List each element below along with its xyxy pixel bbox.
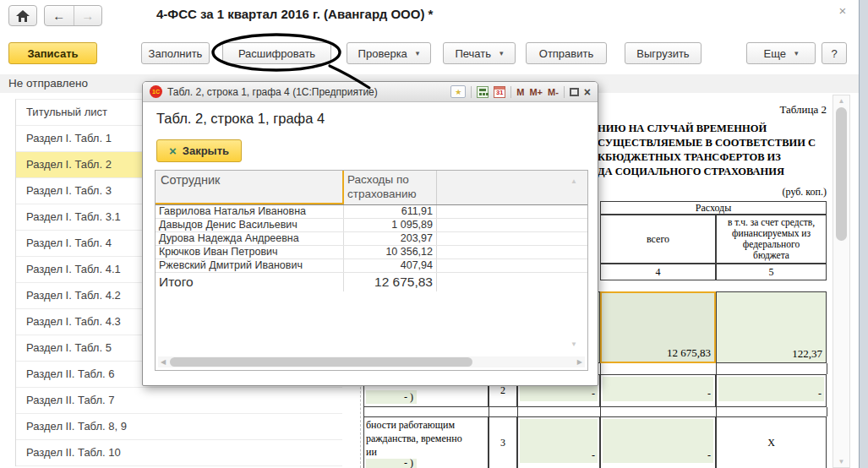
cell-r2-c4[interactable]: - [600,374,716,407]
form-title-line: КБЮДЖЕТНЫХ ТРАНСФЕРТОВ ИЗ [598,150,816,165]
cell-r2-sub: - ) [366,390,417,404]
expense-value: 10 356,12 [344,246,437,258]
chevron-down-icon: ▾ [794,49,799,57]
cell-r2-c5[interactable]: - [716,374,827,407]
employee-name: Крючков Иван Петрович [156,246,344,258]
employee-row[interactable]: Гаврилова Наталья Ивановна611,91 [156,205,587,219]
print-button[interactable]: Печать▾ [443,42,516,64]
calculator-icon[interactable] [477,86,489,98]
chevron-down-icon: ▾ [416,49,420,57]
close-x-icon: × [169,144,177,157]
employee-name: Дурова Надежда Андреевна [156,232,344,245]
scroll-left-icon[interactable]: ◀ [161,358,166,366]
check-label: Проверка [358,47,407,60]
star-glyph: ★ [455,88,461,96]
scroll-up-icon[interactable]: ▲ [833,97,849,105]
dialog-close-button[interactable]: × Закрыть [156,139,242,162]
scroll-down-hint-icon[interactable]: ▼ [570,340,577,348]
send-label: Отправить [539,47,593,60]
horizontal-scrollbar[interactable]: ◀ ▶ [158,356,585,367]
fill-label: Заполнить [149,47,203,60]
cell-r3-c5[interactable]: X [716,416,827,468]
fill-button[interactable]: Заполнить [141,42,210,64]
save-button[interactable]: Записать [8,42,97,64]
form-title: НИЮ НА СЛУЧАЙ ВРЕМЕННОЙСУЩЕСТВЛЯЕМЫЕ В С… [598,122,816,179]
total-value: 12 675,83 [344,273,437,291]
scrollbar-thumb[interactable] [836,107,847,241]
calendar-icon[interactable]: 31 [494,86,505,98]
form-table-label: Таблица 2 [742,103,827,117]
expense-value: 203,97 [344,232,437,245]
check-button[interactable]: Проверка▾ [347,42,431,64]
export-label: Выгрузить [636,47,689,60]
home-icon [16,10,30,22]
dialog-close-label: Закрыть [183,144,229,157]
form-title-line: СУЩЕСТВЛЯЕМЫЕ В СООТВЕТСТВИИ С [598,136,816,150]
favorites-icon[interactable]: ★ [450,85,466,98]
form-title-line: ДА СОЦИАЛЬНОГО СТРАХОВАНИЯ [598,165,816,179]
export-button[interactable]: Выгрузить [625,42,701,64]
app-window: ← → 4-ФСС за 1 квартал 2016 г. (Авангард… [0,0,868,468]
cell-r3-text: бности работающим ражданства, временно и… [363,416,489,468]
maximize-icon[interactable] [570,88,579,96]
page-title: 4-ФСС за 1 квартал 2016 г. (Авангард ООО… [156,7,433,21]
total-row[interactable]: Итого 12 675,83 [156,273,587,291]
print-label: Печать [455,47,491,60]
chevron-down-icon: ▾ [500,49,504,57]
memory-button[interactable]: M [516,87,524,97]
dialog-close-icon[interactable]: × [584,86,591,98]
form-colnum-5: 5 [716,264,827,280]
employees-table: Сотрудник Расходы по страхованию Гаврило… [155,170,588,371]
form-header-fed: в т.ч. за счет средств, финансируемых из… [716,215,827,264]
memory-minus-button[interactable]: M- [548,87,559,97]
employee-name: Давыдов Денис Васильевич [156,219,344,231]
expense-value: 1 095,89 [344,219,437,231]
window-edge [859,0,868,468]
close-icon[interactable]: × [835,3,850,19]
employee-row[interactable]: Давыдов Денис Васильевич1 095,89 [156,219,587,232]
form-header-expenses: Расходы [600,201,827,215]
more-label: Еще [764,47,786,60]
forward-button[interactable]: → [74,6,102,25]
vertical-scrollbar[interactable]: ▲ ▼ [833,95,850,468]
scroll-up-hint-icon[interactable]: ▲ [570,177,577,185]
employee-name: Ржевский Дмитрий Иванович [156,259,344,272]
expense-value: 611,91 [344,205,437,218]
selected-cell-r1-c4[interactable]: 12 675,83 [600,291,716,363]
sidebar-item[interactable]: Раздел II. Табл. 8, 9 [16,414,342,440]
table-header-row: Сотрудник Расходы по страхованию [156,171,587,205]
header-expense[interactable]: Расходы по страхованию [344,171,437,204]
page-break-line [360,383,361,468]
help-button[interactable]: ? [822,42,847,64]
dialog-titlebar[interactable]: 1С Табл. 2, строка 1, графа 4 (1С:Предпр… [143,82,598,102]
header-employee[interactable]: Сотрудник [156,171,344,204]
status-text: Не отправлено [8,77,88,90]
rownum-3: 3 [489,416,517,468]
back-button[interactable]: ← [45,6,74,25]
home-button[interactable] [8,5,37,26]
scroll-down-icon[interactable]: ▼ [833,458,849,465]
decode-button[interactable]: Расшифровать [222,42,331,64]
form-colnum-4: 4 [600,264,716,280]
memory-plus-button[interactable]: M+ [529,87,543,97]
dialog-heading: Табл. 2, строка 1, графа 4 [156,111,325,127]
form-header-total: всего [600,215,716,264]
sidebar-item[interactable]: Раздел II. Табл. 7 [16,388,342,414]
cell-r3-c4[interactable]: - [600,416,716,468]
send-button[interactable]: Отправить [526,42,607,64]
help-label: ? [831,47,837,60]
dialog-title: Табл. 2, строка 1, графа 4 (1С:Предприят… [167,86,378,98]
cell-r1-c5[interactable]: 122,37 [716,291,827,363]
form-title-line: НИЮ НА СЛУЧАЙ ВРЕМЕННОЙ [598,122,816,136]
cell-r3-fragment: бности работающим ражданства, временно и… [364,417,488,459]
hscrollbar-thumb[interactable] [170,357,472,367]
employee-row[interactable]: Крючков Иван Петрович10 356,12 [156,246,587,259]
save-label: Записать [27,47,78,60]
sidebar-item[interactable]: Раздел II. Табл. 10 [16,440,342,466]
more-button[interactable]: Еще▾ [746,42,816,64]
scroll-right-icon[interactable]: ▶ [577,358,582,366]
employee-row[interactable]: Дурова Надежда Андреевна203,97 [156,232,587,246]
decode-dialog: 1С Табл. 2, строка 1, графа 4 (1С:Предпр… [142,81,598,386]
cell-r3-c3[interactable]: - [517,416,600,468]
employee-row[interactable]: Ржевский Дмитрий Иванович407,94 [156,259,587,273]
